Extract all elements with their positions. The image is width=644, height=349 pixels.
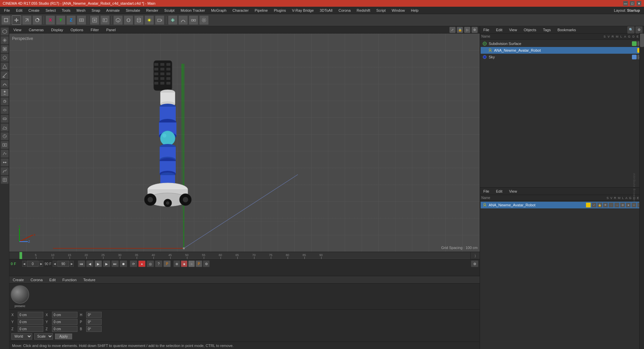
coord-h-input[interactable] <box>86 312 102 318</box>
coord-sz-input[interactable] <box>52 326 77 332</box>
tool-render-region[interactable] <box>90 15 99 25</box>
tool-settings[interactable] <box>199 15 209 25</box>
coord-b-input[interactable] <box>86 326 102 332</box>
left-tool-17[interactable] <box>1 167 9 175</box>
tl-next-frame[interactable]: ▶ <box>103 260 110 267</box>
menu-mesh[interactable]: Mesh <box>74 8 88 13</box>
obj-bot-tab-file[interactable]: File <box>481 189 491 194</box>
tl-mini-5[interactable]: ⚙ <box>203 260 210 267</box>
menu-window[interactable]: Window <box>389 8 408 13</box>
tool-light[interactable] <box>145 15 154 25</box>
tl-key-del[interactable]: ? <box>155 260 162 267</box>
frame-back-btn[interactable]: ◀ <box>22 261 26 267</box>
coord-z-input[interactable] <box>18 326 43 332</box>
tl-go-end[interactable]: ⏭ <box>111 260 119 267</box>
obj-tab-tags[interactable]: Tags <box>541 27 553 33</box>
obj-settings-btn[interactable]: ⚙ <box>635 26 643 34</box>
tool-bend[interactable] <box>178 15 188 25</box>
frame-fwd-btn[interactable]: ▶ <box>39 261 43 267</box>
timeline-ruler[interactable]: 0 5 10 15 20 25 30 35 40 45 50 55 60 65 <box>9 252 480 259</box>
left-tool-1[interactable] <box>1 28 9 36</box>
obj-row-robot[interactable]: ANA_Newme_Avatar_Robot <box>481 47 643 54</box>
menu-redshift[interactable]: Redshift <box>354 8 373 13</box>
mat-tab-corona[interactable]: Corona <box>29 277 45 283</box>
tool-world[interactable] <box>77 15 86 25</box>
tl-mini-2[interactable]: ■ <box>181 260 187 267</box>
left-tool-15[interactable] <box>1 150 9 158</box>
menu-snap[interactable]: Snap <box>89 8 103 13</box>
obj-search-btn[interactable]: 🔍 <box>627 26 635 34</box>
obj-tab-objects[interactable]: Objects <box>522 27 538 33</box>
tl-go-start[interactable]: ⏮ <box>78 260 85 267</box>
menu-render[interactable]: Render <box>144 8 161 13</box>
tl-key-add[interactable]: ◎ <box>147 260 154 267</box>
obj-row-subd[interactable]: Subdivision Surface ✓ <box>481 40 643 47</box>
tool-model[interactable] <box>1 15 11 25</box>
left-tool-11[interactable] <box>1 115 9 123</box>
obj-bot-tab-edit[interactable]: Edit <box>494 189 504 194</box>
left-tool-13[interactable] <box>1 132 9 140</box>
menu-script[interactable]: Script <box>374 8 388 13</box>
left-tool-3[interactable] <box>1 45 9 53</box>
tool-sphere[interactable] <box>124 15 133 25</box>
tool-camera[interactable] <box>155 15 164 25</box>
tl-prev-frame[interactable]: ◀ <box>86 260 94 267</box>
obj-tab-view[interactable]: View <box>507 27 519 33</box>
end-frame-input[interactable] <box>57 261 69 267</box>
left-tool-9[interactable] <box>1 97 9 105</box>
right-scrollbar[interactable] <box>639 33 644 349</box>
minimize-button[interactable]: — <box>623 1 628 6</box>
maximize-button[interactable]: □ <box>630 1 635 6</box>
menu-create[interactable]: Create <box>26 8 42 13</box>
menu-3dtoall[interactable]: 3DToAll <box>317 8 335 13</box>
coord-system-select[interactable]: World Object Screen <box>11 333 32 340</box>
menu-tools[interactable]: Tools <box>59 8 73 13</box>
obj-bot-tab-view[interactable]: View <box>507 189 519 194</box>
tool-z[interactable]: Z <box>66 15 76 25</box>
menu-motion-tracker[interactable]: Motion Tracker <box>178 8 208 13</box>
menu-plugins[interactable]: Plugins <box>271 8 288 13</box>
mat-tab-texture[interactable]: Texture <box>81 277 97 283</box>
left-tool-10[interactable] <box>1 106 9 114</box>
tl-play-fwd[interactable]: ▶ <box>95 260 102 267</box>
tool-move[interactable] <box>12 15 21 25</box>
coord-space-select[interactable]: Scale Size <box>34 333 53 340</box>
menu-character[interactable]: Character <box>230 8 251 13</box>
vp-tab-filter[interactable]: Filter <box>89 27 101 33</box>
tl-key-record[interactable]: ● <box>138 260 146 267</box>
tool-render-picture[interactable] <box>100 15 110 25</box>
tool-rotate[interactable] <box>33 15 42 25</box>
timeline-scroll-right[interactable]: ⟩ <box>470 252 480 259</box>
left-tool-8[interactable] <box>1 89 9 97</box>
left-tool-6[interactable] <box>1 71 9 79</box>
scrollbar-thumb[interactable] <box>640 34 644 47</box>
menu-pipeline[interactable]: Pipeline <box>252 8 270 13</box>
tool-x[interactable]: X <box>46 15 55 25</box>
menu-file[interactable]: File <box>1 8 13 13</box>
menu-sculpt[interactable]: Sculpt <box>162 8 177 13</box>
close-button[interactable]: ✕ <box>637 1 641 6</box>
mat-tab-edit[interactable]: Edit <box>47 277 58 283</box>
menu-help[interactable]: Help <box>408 8 421 13</box>
vp-icon-expand[interactable]: ⤢ <box>449 27 455 33</box>
vp-tab-display[interactable]: Display <box>49 27 65 33</box>
left-tool-5[interactable] <box>1 62 9 70</box>
material-slot[interactable]: presenc <box>11 285 29 308</box>
left-tool-14[interactable] <box>1 141 9 149</box>
obj-row-sky[interactable]: Sky ✓ <box>481 54 643 60</box>
left-tool-2[interactable] <box>1 36 9 44</box>
left-tool-18[interactable] <box>1 176 9 184</box>
coord-y-input[interactable] <box>18 319 43 325</box>
menu-animate[interactable]: Animate <box>104 8 122 13</box>
vp-tab-cameras[interactable]: Cameras <box>27 27 46 33</box>
vp-tab-panel[interactable]: Panel <box>104 27 118 33</box>
left-tool-7[interactable] <box>1 80 9 88</box>
viewport[interactable]: Perspective Grid Spacing : 100 cm <box>9 34 480 252</box>
obj-tab-file[interactable]: File <box>481 27 491 33</box>
left-tool-4[interactable] <box>1 54 9 62</box>
tl-mini-3[interactable]: ○ <box>188 260 195 267</box>
left-tool-16[interactable] <box>1 158 9 166</box>
tl-mini-4[interactable]: P <box>196 260 202 267</box>
vp-icon-settings[interactable]: ⚙ <box>472 27 478 33</box>
coord-p-input[interactable] <box>86 319 102 325</box>
